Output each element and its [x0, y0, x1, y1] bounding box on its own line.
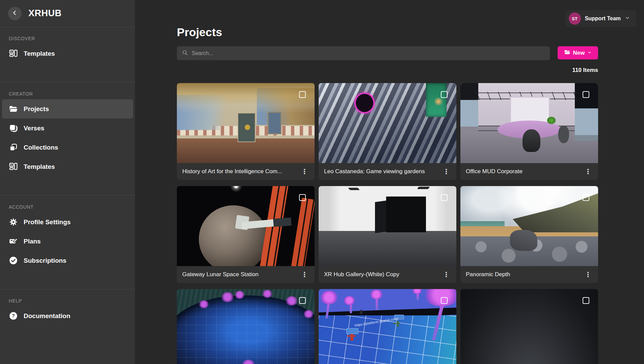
chevron-down-icon: [625, 15, 630, 22]
sidebar-item-projects[interactable]: Projects: [2, 99, 133, 119]
check-circle-icon: [9, 256, 18, 265]
project-card[interactable]: History of Art for the Intelligence Com.…: [177, 83, 315, 180]
select-checkbox[interactable]: [299, 91, 306, 98]
select-checkbox[interactable]: [299, 297, 306, 304]
section-label: CREATOR: [9, 91, 135, 97]
sidebar-section-help: HELP ? Documentation: [0, 289, 135, 344]
projects-grid: History of Art for the Intelligence Com.…: [177, 83, 598, 364]
sidebar-item-templates[interactable]: Templates: [0, 44, 135, 63]
card-caption: Panoramic Depth ⋮: [460, 266, 598, 283]
sidebar-item-label: Verses: [24, 125, 44, 132]
section-label: HELP: [9, 298, 135, 304]
search-row: New: [177, 46, 598, 60]
card-caption: Gateway Lunar Space Station ⋮: [177, 266, 315, 283]
select-checkbox[interactable]: [441, 194, 448, 201]
user-menu[interactable]: ST Support Team: [565, 10, 636, 27]
project-thumbnail-xr-hub-gallery: [319, 186, 456, 266]
project-card[interactable]: https://platform.spatial.com/ ⋮: [319, 289, 456, 364]
sidebar: XRHUB DISCOVER Templates CREATOR Project…: [0, 0, 135, 364]
sidebar-section-creator: CREATOR Projects Verses: [0, 82, 135, 195]
card-caption: Leo Castaneda: Game viewing gardens ⋮: [319, 163, 456, 180]
folder-open-icon: [9, 104, 18, 113]
folder-open-icon: [564, 49, 570, 57]
sidebar-item-collections[interactable]: Collections: [0, 138, 135, 157]
chevron-left-icon: [11, 9, 19, 18]
card-caption: XR Hub Gallery-(White) Copy ⋮: [319, 266, 456, 283]
select-checkbox[interactable]: [299, 194, 306, 201]
select-checkbox[interactable]: [583, 194, 589, 201]
card-caption: History of Art for the Intelligence Com.…: [177, 163, 315, 180]
project-title: Gateway Lunar Space Station: [182, 271, 300, 278]
project-title: XR Hub Gallery-(White) Copy: [324, 271, 441, 278]
svg-text:?: ?: [12, 313, 15, 318]
app-title: XRHUB: [28, 8, 62, 19]
sidebar-item-label: Templates: [24, 163, 55, 171]
project-card[interactable]: Leo Castaneda: Game viewing gardens ⋮: [319, 83, 456, 180]
project-title: Office MUD Corporate: [466, 168, 583, 175]
project-thumbnail-office-mud: [460, 83, 598, 163]
page-title: Projects: [177, 0, 598, 39]
project-thumbnail-leo-castaneda: [319, 83, 456, 163]
sidebar-item-subscriptions[interactable]: Subscriptions: [0, 251, 135, 270]
select-checkbox[interactable]: [441, 91, 448, 98]
back-button[interactable]: [8, 7, 22, 20]
sidebar-section-account: ACCOUNT Profile Settings: [0, 195, 135, 289]
card-menu-button[interactable]: ⋮: [583, 270, 593, 279]
sidebar-item-label: Subscriptions: [24, 257, 66, 264]
project-card[interactable]: XR Hub Gallery-(White) Copy ⋮: [319, 186, 456, 283]
sidebar-item-label: Projects: [24, 105, 49, 113]
card-menu-button[interactable]: ⋮: [583, 167, 593, 176]
project-thumbnail-panoramic-depth: [460, 186, 598, 266]
chevron-down-icon: [587, 50, 592, 56]
card-menu-button[interactable]: ⋮: [300, 270, 309, 279]
project-thumbnail-gateway-lunar: [177, 186, 315, 266]
project-thumbnail-neon-island: [177, 289, 315, 364]
card-caption: Office MUD Corporate ⋮: [460, 163, 598, 180]
sidebar-item-documentation[interactable]: ? Documentation: [0, 306, 135, 326]
new-button-label: New: [573, 50, 585, 56]
project-title: History of Art for the Intelligence Com.…: [182, 168, 300, 175]
project-card[interactable]: ⋮: [177, 289, 315, 364]
card-pencil-icon: [9, 237, 18, 246]
items-count: 110 Items: [177, 67, 598, 74]
layers-icon: [9, 124, 18, 133]
sidebar-item-verses[interactable]: Verses: [0, 119, 135, 138]
gear-icon: [9, 217, 18, 227]
sidebar-item-profile-settings[interactable]: Profile Settings: [0, 212, 135, 232]
sidebar-item-label: Profile Settings: [24, 218, 71, 226]
search-box: [177, 46, 550, 60]
main-content: Projects New 110 Items: [135, 0, 644, 364]
sidebar-item-label: Documentation: [24, 312, 70, 320]
question-circle-icon: ?: [9, 311, 18, 320]
collections-icon: [9, 143, 18, 152]
project-title: Panoramic Depth: [466, 271, 583, 278]
project-card[interactable]: Gateway Lunar Space Station ⋮: [177, 186, 315, 283]
card-menu-button[interactable]: ⋮: [441, 167, 451, 176]
sidebar-item-templates-creator[interactable]: Templates: [0, 157, 135, 176]
sidebar-section-discover: DISCOVER Templates: [0, 36, 135, 82]
section-label: DISCOVER: [9, 36, 135, 41]
sidebar-item-label: Templates: [24, 50, 55, 57]
project-card[interactable]: Panoramic Depth ⋮: [460, 186, 598, 283]
project-thumbnail-history-of-art: [177, 83, 315, 163]
user-name: Support Team: [585, 16, 621, 22]
search-input[interactable]: [192, 50, 545, 56]
new-button[interactable]: New: [558, 46, 598, 59]
sidebar-item-plans[interactable]: Plans: [0, 232, 135, 251]
card-menu-button[interactable]: ⋮: [300, 167, 309, 176]
project-thumbnail-dark-room: [460, 289, 598, 364]
templates-icon: [9, 49, 18, 58]
sidebar-header: XRHUB: [0, 0, 135, 27]
project-card[interactable]: ⋮: [460, 289, 598, 364]
select-checkbox[interactable]: [583, 297, 589, 304]
section-label: ACCOUNT: [9, 204, 135, 210]
project-title: Leo Castaneda: Game viewing gardens: [324, 168, 441, 175]
select-checkbox[interactable]: [441, 297, 448, 304]
project-card[interactable]: Office MUD Corporate ⋮: [460, 83, 598, 180]
sidebar-item-label: Plans: [24, 238, 41, 245]
card-menu-button[interactable]: ⋮: [441, 270, 451, 279]
templates-icon: [9, 162, 18, 171]
select-checkbox[interactable]: [583, 91, 589, 98]
project-thumbnail-neon-plaza: https://platform.spatial.com/: [319, 289, 456, 364]
sidebar-item-label: Collections: [24, 144, 58, 151]
